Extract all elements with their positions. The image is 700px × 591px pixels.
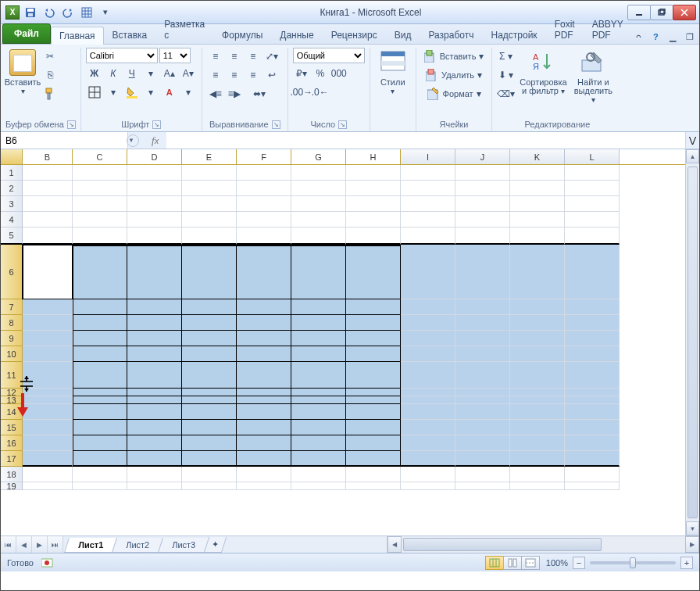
cell-L4[interactable] xyxy=(565,212,620,227)
new-sheet-button[interactable]: ✦ xyxy=(204,537,227,553)
tab-nav-first[interactable]: ⏮ xyxy=(1,536,16,553)
cell-I5[interactable] xyxy=(401,227,455,245)
cell-I2[interactable] xyxy=(401,181,455,196)
row-header-10[interactable]: 10 xyxy=(1,346,23,362)
cell-J8[interactable] xyxy=(455,315,510,331)
cell-J12[interactable] xyxy=(455,389,510,396)
cell-F5[interactable] xyxy=(237,227,291,245)
cell-D8[interactable] xyxy=(127,315,182,331)
tab-nav-last[interactable]: ⏭ xyxy=(48,536,63,553)
cell-B9[interactable] xyxy=(23,331,73,346)
fill-series-icon[interactable]: ⬇ ▾ xyxy=(497,66,514,84)
cell-B2[interactable] xyxy=(23,181,73,196)
cell-I3[interactable] xyxy=(401,196,455,212)
cell-E15[interactable] xyxy=(182,420,237,435)
cell-D6[interactable] xyxy=(127,245,182,299)
cell-D11[interactable] xyxy=(127,362,182,389)
align-right-icon[interactable]: ≡ xyxy=(245,66,262,84)
tab-home[interactable]: Главная xyxy=(51,27,104,45)
col-header-L[interactable]: L xyxy=(565,149,620,164)
decrease-font-icon[interactable]: A▾ xyxy=(180,65,197,82)
cell-J15[interactable] xyxy=(455,420,510,435)
cell-G19[interactable] xyxy=(291,482,346,490)
cell-G13[interactable] xyxy=(291,396,346,404)
styles-button[interactable]: Стили▾ xyxy=(375,48,411,97)
font-size-select[interactable]: 11 xyxy=(159,48,191,63)
cell-I6[interactable] xyxy=(401,245,455,299)
cell-B12[interactable] xyxy=(23,389,73,396)
cell-J16[interactable] xyxy=(455,435,510,451)
zoom-slider-knob[interactable] xyxy=(630,557,636,568)
cell-J19[interactable] xyxy=(455,482,510,490)
cell-I18[interactable] xyxy=(401,467,455,482)
tab-developer[interactable]: Разработч xyxy=(420,26,482,44)
col-header-F[interactable]: F xyxy=(237,149,291,164)
cell-L13[interactable] xyxy=(565,396,620,404)
number-format-select[interactable]: Общий xyxy=(293,48,365,63)
cell-C8[interactable] xyxy=(73,315,127,331)
row-header-17[interactable]: 17 xyxy=(1,451,23,467)
cell-F2[interactable] xyxy=(237,181,291,196)
cell-C15[interactable] xyxy=(73,420,127,435)
cell-B11[interactable] xyxy=(23,362,73,389)
cell-K7[interactable] xyxy=(510,299,565,315)
cell-J4[interactable] xyxy=(455,212,510,227)
cell-F19[interactable] xyxy=(237,482,291,490)
cell-C11[interactable] xyxy=(73,362,127,389)
cell-L15[interactable] xyxy=(565,420,620,435)
tab-formulas[interactable]: Формулы xyxy=(213,26,271,44)
cell-F18[interactable] xyxy=(237,467,291,482)
zoom-slider[interactable] xyxy=(590,561,676,564)
cell-L8[interactable] xyxy=(565,315,620,331)
cell-D14[interactable] xyxy=(127,404,182,420)
cell-B18[interactable] xyxy=(23,467,73,482)
sheet-tab-3[interactable]: Лист3 xyxy=(158,538,209,553)
increase-decimal-icon[interactable]: .00→ xyxy=(293,84,310,101)
cell-E14[interactable] xyxy=(182,404,237,420)
maximize-button[interactable] xyxy=(650,5,673,20)
cell-D1[interactable] xyxy=(127,165,182,181)
view-normal-button[interactable] xyxy=(485,556,504,570)
cell-L12[interactable] xyxy=(565,389,620,396)
align-top-icon[interactable]: ≡ xyxy=(207,48,224,65)
cell-C6[interactable] xyxy=(73,245,127,299)
number-dialog-launcher[interactable]: ↘ xyxy=(338,120,347,129)
tab-foxit[interactable]: Foxit PDF xyxy=(546,15,584,44)
cell-B8[interactable] xyxy=(23,315,73,331)
cell-C17[interactable] xyxy=(73,451,127,467)
cell-J17[interactable] xyxy=(455,451,510,467)
cell-B5[interactable] xyxy=(23,227,73,245)
row-header-8[interactable]: 8 xyxy=(1,315,23,331)
cell-E2[interactable] xyxy=(182,181,237,196)
select-all-corner[interactable] xyxy=(1,149,23,164)
row-header-14[interactable]: 14 xyxy=(1,404,23,420)
cell-G17[interactable] xyxy=(291,451,346,467)
minimize-ribbon-icon[interactable]: ᴖ xyxy=(631,30,645,44)
cell-E5[interactable] xyxy=(182,227,237,245)
cell-H6[interactable] xyxy=(346,245,401,299)
cell-H7[interactable] xyxy=(346,299,401,315)
cell-H2[interactable] xyxy=(346,181,401,196)
cell-G4[interactable] xyxy=(291,212,346,227)
cell-E16[interactable] xyxy=(182,435,237,451)
qat-customize-icon[interactable]: ▾ xyxy=(98,4,113,21)
cell-L1[interactable] xyxy=(565,165,620,181)
clipboard-dialog-launcher[interactable]: ↘ xyxy=(67,120,76,129)
row-header-3[interactable]: 3 xyxy=(1,196,23,212)
scroll-down-button[interactable]: ▼ xyxy=(686,521,699,535)
cell-E4[interactable] xyxy=(182,212,237,227)
insert-function-icon[interactable] xyxy=(127,134,139,147)
cell-G16[interactable] xyxy=(291,435,346,451)
col-header-K[interactable]: K xyxy=(510,149,565,164)
cell-E11[interactable] xyxy=(182,362,237,389)
qat-redo-icon[interactable] xyxy=(60,4,76,21)
cell-G1[interactable] xyxy=(291,165,346,181)
row-header-4[interactable]: 4 xyxy=(1,212,23,227)
cell-E6[interactable] xyxy=(182,245,237,299)
col-header-E[interactable]: E xyxy=(182,149,237,164)
autosum-icon[interactable]: Σ ▾ xyxy=(497,48,514,65)
cell-C16[interactable] xyxy=(73,435,127,451)
cell-E12[interactable] xyxy=(182,389,237,396)
cell-E13[interactable] xyxy=(182,396,237,404)
cell-E19[interactable] xyxy=(182,482,237,490)
